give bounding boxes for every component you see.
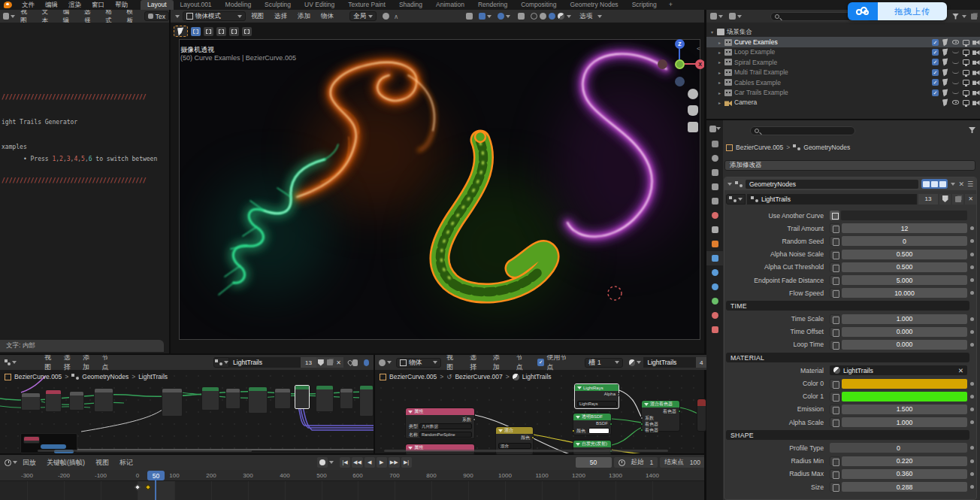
crumb-data[interactable]: BezierCurve.007	[455, 373, 502, 380]
shader-type-dropdown[interactable]: 物体	[396, 358, 441, 368]
transport-button[interactable]: ▶	[377, 457, 387, 468]
properties-tab[interactable]	[706, 180, 723, 194]
properties-tab[interactable]	[706, 165, 723, 180]
cursor-toggle-icon[interactable]	[942, 98, 950, 106]
gizmo-z-ball[interactable]: Z	[675, 39, 685, 49]
editor-type-icon[interactable]	[5, 359, 11, 365]
outliner-row[interactable]: ▸ Cables Example ✓	[706, 77, 980, 87]
use-nodes-checkbox[interactable]: ✓ 使用节点	[537, 355, 573, 372]
material-slot-dropdown[interactable]: 槽 1	[585, 358, 623, 368]
render-disable-icon[interactable]	[972, 79, 980, 86]
cursor-tool-button[interactable]	[229, 27, 239, 36]
color-swatch-field[interactable]	[588, 428, 609, 434]
workspace-tab[interactable]: Texture Paint	[341, 0, 392, 10]
gizmo-neg-z-ball[interactable]	[675, 77, 685, 86]
topbar-menu-item[interactable]: 窗口	[86, 0, 110, 10]
editor-type-caret-icon[interactable]	[387, 361, 392, 364]
params-section-header[interactable]: TIME	[726, 299, 976, 312]
geo-node-field[interactable]	[41, 444, 66, 449]
material-caret-icon[interactable]	[637, 361, 641, 364]
shading-caret-icon[interactable]	[567, 15, 571, 18]
animate-dot-icon[interactable]	[970, 446, 974, 450]
param-value-slider[interactable]: 0.288	[842, 482, 967, 492]
cursor-toggle-icon[interactable]	[942, 38, 950, 46]
workspace-tab[interactable]: Rendering	[471, 0, 514, 10]
outliner-item-label[interactable]: Loop Example	[734, 48, 775, 56]
unlink-material-icon[interactable]: ✕	[958, 367, 963, 374]
hide-eye-icon[interactable]	[951, 48, 960, 56]
selectable-checkbox[interactable]: ✓	[931, 79, 939, 86]
input-attribute-toggle-icon[interactable]	[830, 223, 840, 233]
param-value-slider[interactable]: 0.000	[842, 327, 967, 337]
properties-tab[interactable]	[706, 137, 723, 151]
properties-tab[interactable]	[706, 323, 723, 337]
hide-eye-icon[interactable]	[951, 68, 960, 76]
playhead-frame-label[interactable]: 50	[147, 471, 165, 480]
add-modifier-button[interactable]: 添加修改器	[724, 160, 975, 171]
display-mode-icon[interactable]	[729, 13, 736, 20]
outliner-row[interactable]: ▸ Spiral Example ✓	[706, 57, 980, 67]
properties-tab[interactable]	[706, 223, 723, 237]
input-attribute-toggle-icon[interactable]	[830, 340, 840, 350]
disclosure-triangle-icon[interactable]: ▸	[718, 50, 724, 55]
properties-search-input[interactable]	[750, 126, 855, 135]
param-value-slider[interactable]: 0	[842, 236, 967, 246]
material-name-field[interactable]: LightTrails	[643, 357, 696, 368]
timeline-menu-item[interactable]: 视图	[90, 458, 114, 468]
workspace-tab[interactable]: Layout.001	[174, 0, 219, 10]
param-value-slider[interactable]: 10.000	[842, 288, 967, 298]
playhead-line[interactable]	[155, 480, 156, 500]
disclosure-triangle-icon[interactable]: ▸	[718, 59, 724, 65]
users-count-badge[interactable]: 4	[696, 357, 706, 368]
shader-menu-item[interactable]: 选择	[464, 355, 488, 372]
mix-shader-node[interactable]: 混合着色器 着色器 系数 着色器 着色器	[641, 400, 680, 432]
topbar-menu-item[interactable]: 文件	[17, 0, 40, 10]
active-tool-tweak-button[interactable]	[174, 26, 188, 37]
editor-type-caret-icon[interactable]	[175, 15, 180, 18]
geo-node[interactable]	[162, 388, 183, 417]
workspace-tab[interactable]: Scripting	[625, 0, 664, 10]
geo-node[interactable]	[201, 386, 219, 411]
outliner-item-label[interactable]: Spiral Example	[734, 59, 777, 66]
geo-node[interactable]	[316, 385, 334, 412]
timeline-menu-item[interactable]: 关键帧(插帧)	[41, 458, 90, 468]
outliner-row[interactable]: ▸ Curve Examles ✓	[706, 37, 980, 47]
transport-button[interactable]: ◀◀	[352, 457, 363, 468]
snapping-icon[interactable]	[364, 359, 369, 366]
animate-dot-icon[interactable]	[970, 382, 974, 386]
group-selector[interactable]: LightRays	[577, 401, 617, 407]
workspace-tab[interactable]: Layout	[141, 0, 174, 10]
outliner-item-label[interactable]: Camera	[734, 98, 757, 106]
geo-menu-item[interactable]: 选择	[58, 355, 77, 372]
breadcrumb-object[interactable]: BezierCurve.005	[736, 144, 783, 151]
outliner-item-label[interactable]: Car Trails Example	[734, 89, 788, 96]
param-value-slider[interactable]: 0.500	[842, 250, 967, 259]
attribute-type-dropdown[interactable]: 几何数据	[419, 423, 472, 429]
transport-button[interactable]: |◀	[340, 457, 350, 468]
gizmo-neg-x-ball[interactable]	[658, 59, 667, 69]
geo-menu-item[interactable]: 节点	[96, 355, 116, 372]
input-attribute-toggle-icon[interactable]	[830, 275, 840, 285]
param-value-slider[interactable]: 1.500	[842, 405, 967, 414]
input-attribute-toggle-icon[interactable]	[830, 236, 840, 246]
timeline-menu-item[interactable]: 回放	[17, 458, 41, 468]
hide-eye-icon[interactable]	[951, 89, 960, 96]
properties-tab[interactable]	[706, 294, 723, 308]
outliner-row[interactable]: ▸ Camera ✓	[706, 98, 980, 108]
input-attribute-toggle-icon[interactable]	[830, 469, 840, 479]
crumb-material[interactable]: LightTrails	[522, 373, 552, 380]
animate-dot-icon[interactable]	[970, 253, 974, 256]
param-value-slider[interactable]: 1.000	[842, 314, 967, 324]
cursor-toggle-icon[interactable]	[942, 59, 950, 66]
close-modifier-icon[interactable]: ✕	[958, 180, 964, 188]
workspace-tab[interactable]: Animation	[429, 0, 471, 10]
emission-node[interactable]: 自发光(发射)	[573, 440, 612, 455]
modifier-header[interactable]: GeometryNodes ✕ ☰	[724, 177, 976, 190]
frame-end-field[interactable]: 结束点 100	[660, 457, 705, 468]
outliner-item-label[interactable]: 场景集合	[727, 28, 752, 37]
viewport-disable-icon[interactable]	[962, 89, 970, 96]
filter-icon[interactable]	[952, 14, 959, 20]
material-output-node[interactable]	[697, 398, 706, 432]
params-section-header[interactable]: SHAPE	[726, 429, 976, 441]
param-checkbox[interactable]	[830, 211, 839, 220]
